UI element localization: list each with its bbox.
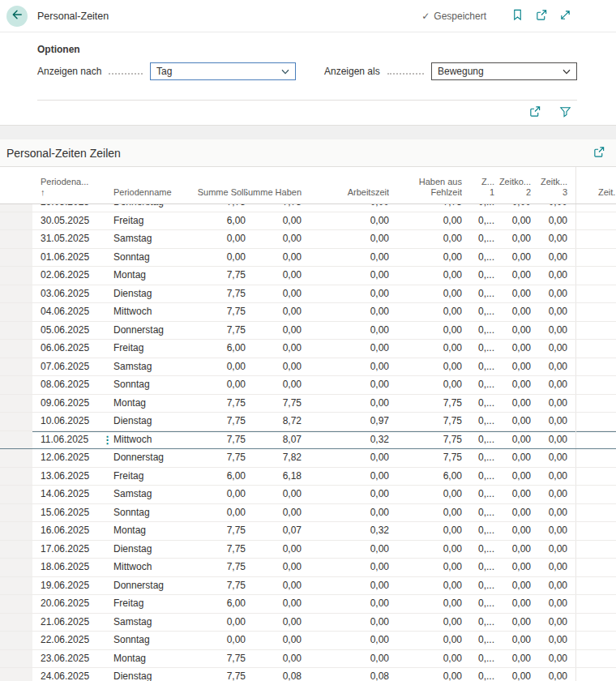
cell-summe-haben[interactable]: 0,00 [246, 249, 302, 267]
cell-zeitkonto-1[interactable]: 0,... [462, 541, 494, 559]
cell-zeitkonto-1[interactable]: 0,... [462, 632, 494, 649]
cell-haben-aus-fehlzeit[interactable]: 0,00 [389, 249, 462, 267]
cell-zeitkonto-3[interactable]: 0,00 [531, 595, 575, 613]
cell-zeitkonto-1[interactable]: 0,... [462, 468, 494, 486]
cell-summe-soll[interactable]: 7,75 [198, 395, 246, 413]
cell-haben-aus-fehlzeit[interactable]: 0,00 [389, 376, 462, 394]
col-header-zeitkonto-1[interactable]: Z... 1 [462, 167, 494, 203]
cell-arbeitszeit[interactable]: 0,00 [302, 285, 389, 303]
cell-haben-aus-fehlzeit[interactable]: 7,75 [389, 449, 462, 467]
row-gutter[interactable] [0, 504, 32, 522]
cell-zeitkonto-3[interactable]: 0,00 [531, 650, 575, 668]
table-row[interactable]: 15.06.2025 Sonntag 0,00 0,00 0,00 0,00 0… [0, 504, 616, 523]
col-header-summe-soll[interactable]: Summe Soll [198, 167, 246, 203]
cell-periodenanfang[interactable]: 15.06.2025 [32, 504, 110, 522]
cell-summe-soll[interactable]: 7,75 [198, 559, 246, 576]
cell-zeitkonto-3[interactable]: 0,00 [531, 395, 575, 413]
table-row[interactable]: 06.06.2025 Freitag 6,00 0,00 0,00 0,00 0… [0, 340, 616, 358]
cell-haben-aus-fehlzeit[interactable]: 7,75 [389, 413, 462, 430]
cell-zeit[interactable] [575, 504, 616, 522]
cell-periodenname[interactable]: Montag [110, 650, 198, 668]
cell-summe-haben[interactable]: 0,00 [246, 212, 302, 230]
cell-zeitkonto-2[interactable]: 0,00 [494, 449, 531, 467]
cell-periodenname[interactable]: Montag [110, 522, 198, 540]
cell-arbeitszeit[interactable]: 0,00 [302, 212, 389, 230]
table-row[interactable]: 09.06.2025 Montag 7,75 7,75 0,00 7,75 0,… [0, 395, 616, 413]
cell-periodenname[interactable]: Dienstag [110, 541, 198, 559]
cell-zeitkonto-1[interactable]: 0,... [462, 322, 494, 340]
row-gutter[interactable] [0, 322, 32, 340]
cell-arbeitszeit[interactable]: 0,32 [302, 431, 389, 449]
cell-zeitkonto-1[interactable]: 0,... [462, 577, 494, 595]
cell-periodenanfang[interactable]: 09.06.2025 [32, 395, 110, 413]
cell-periodenanfang[interactable]: 22.06.2025 [32, 632, 110, 649]
bookmark-button[interactable] [506, 6, 529, 27]
cell-arbeitszeit[interactable]: 0,00 [302, 541, 389, 559]
cell-zeitkonto-3[interactable]: 0,00 [531, 267, 575, 285]
cell-zeitkonto-3[interactable]: 0,00 [531, 322, 575, 340]
cell-periodenanfang[interactable]: 18.06.2025 [32, 559, 110, 576]
cell-summe-soll[interactable]: 7,75 [198, 668, 246, 681]
cell-haben-aus-fehlzeit[interactable]: 0,00 [389, 486, 462, 503]
cell-zeitkonto-1[interactable]: 0,... [462, 230, 494, 248]
cell-summe-haben[interactable]: 7,75 [246, 204, 302, 212]
cell-periodenname[interactable]: Donnerstag [110, 322, 198, 340]
cell-haben-aus-fehlzeit[interactable]: 7,75 [389, 431, 462, 449]
cell-summe-haben[interactable]: 0,00 [246, 267, 302, 285]
cell-zeitkonto-1[interactable]: 0,... [462, 431, 494, 449]
cell-summe-haben[interactable]: 0,07 [246, 522, 302, 540]
cell-periodenanfang[interactable]: 24.06.2025 [32, 668, 110, 681]
cell-arbeitszeit[interactable]: 0,00 [302, 230, 389, 248]
table-row[interactable]: 13.06.2025 Freitag 6,00 6,18 0,00 6,00 0… [0, 468, 616, 486]
cell-zeitkonto-3[interactable]: 0,00 [531, 486, 575, 503]
cell-zeitkonto-3[interactable]: 0,00 [531, 668, 575, 681]
cell-zeitkonto-1[interactable]: 0,... [462, 395, 494, 413]
cell-summe-haben[interactable]: 0,00 [246, 577, 302, 595]
cell-haben-aus-fehlzeit[interactable]: 0,00 [389, 303, 462, 321]
table-row[interactable]: 07.06.2025 Samstag 0,00 0,00 0,00 0,00 0… [0, 358, 616, 377]
cell-zeitkonto-3[interactable]: 0,00 [531, 431, 575, 449]
cell-zeit[interactable] [575, 486, 616, 503]
row-gutter[interactable] [0, 632, 32, 649]
row-gutter[interactable] [0, 340, 32, 358]
cell-periodenname[interactable]: Freitag [110, 468, 198, 486]
cell-zeitkonto-1[interactable]: 0,... [462, 504, 494, 522]
cell-zeitkonto-3[interactable]: 0,00 [531, 413, 575, 430]
cell-zeitkonto-2[interactable]: 0,00 [494, 230, 531, 248]
cell-zeit[interactable] [575, 595, 616, 613]
cell-haben-aus-fehlzeit[interactable]: 0,00 [389, 230, 462, 248]
cell-zeitkonto-1[interactable]: 0,... [462, 303, 494, 321]
cell-haben-aus-fehlzeit[interactable]: 0,00 [389, 632, 462, 649]
cell-haben-aus-fehlzeit[interactable]: 7,75 [389, 395, 462, 413]
table-row[interactable]: 03.06.2025 Dienstag 7,75 0,00 0,00 0,00 … [0, 285, 616, 304]
cell-zeitkonto-3[interactable]: 0,00 [531, 204, 575, 212]
table-row[interactable]: 20.06.2025 Freitag 6,00 0,00 0,00 0,00 0… [0, 595, 616, 614]
cell-periodenname[interactable]: Sonntag [110, 376, 198, 394]
col-header-arbeitszeit[interactable]: Arbeitszeit [302, 167, 389, 203]
cell-zeitkonto-2[interactable]: 0,00 [494, 486, 531, 503]
cell-haben-aus-fehlzeit[interactable]: 0,00 [389, 358, 462, 376]
cell-zeitkonto-3[interactable]: 0,00 [531, 376, 575, 394]
cell-zeitkonto-1[interactable]: 0,... [462, 285, 494, 303]
cell-zeitkonto-3[interactable]: 0,00 [531, 340, 575, 358]
cell-haben-aus-fehlzeit[interactable]: 0,00 [389, 212, 462, 230]
cell-summe-haben[interactable]: 0,08 [246, 668, 302, 681]
cell-haben-aus-fehlzeit[interactable]: 0,00 [389, 668, 462, 681]
row-gutter[interactable] [0, 577, 32, 595]
table-row[interactable]: 31.05.2025 Samstag 0,00 0,00 0,00 0,00 0… [0, 230, 616, 249]
cell-summe-soll[interactable]: 6,00 [198, 212, 246, 230]
cell-zeitkonto-2[interactable]: 0,00 [494, 577, 531, 595]
cell-periodenname[interactable]: Dienstag [110, 668, 198, 681]
cell-arbeitszeit[interactable]: 0,00 [302, 322, 389, 340]
cell-zeitkonto-1[interactable]: 0,... [462, 267, 494, 285]
cell-arbeitszeit[interactable]: 0,00 [302, 267, 389, 285]
cell-summe-haben[interactable]: 0,00 [246, 632, 302, 649]
cell-summe-haben[interactable]: 0,00 [246, 340, 302, 358]
cell-zeit[interactable] [575, 468, 616, 486]
cell-zeit[interactable] [575, 541, 616, 559]
cell-zeitkonto-2[interactable]: 0,00 [494, 668, 531, 681]
cell-zeitkonto-1[interactable]: 0,... [462, 595, 494, 613]
table-row[interactable]: 12.06.2025 Donnerstag 7,75 7,82 0,00 7,7… [0, 449, 616, 468]
cell-zeitkonto-2[interactable]: 0,00 [494, 358, 531, 376]
col-header-zeit[interactable]: Zeit... [575, 167, 616, 203]
